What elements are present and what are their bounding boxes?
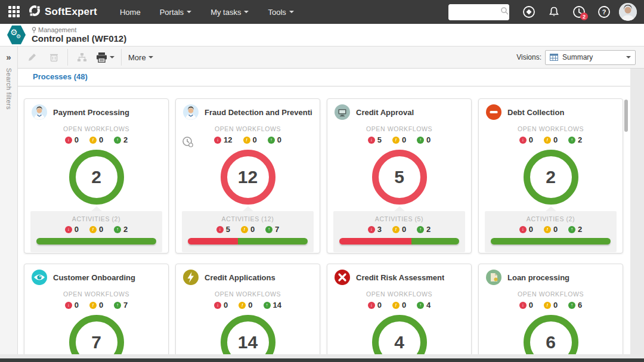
search-icon[interactable] <box>500 7 509 17</box>
visions-select[interactable]: Summary <box>545 50 636 65</box>
process-card[interactable]: Credit Risk Assessment OPEN WORKFLOWS ↓0… <box>327 264 472 354</box>
delete-button[interactable] <box>43 49 64 66</box>
yellow-status-icon: ! <box>544 137 551 144</box>
activities-label: ACTIVITIES (2) <box>491 215 611 222</box>
apps-grid-icon[interactable] <box>8 6 20 18</box>
open-workflows-total: 4 <box>394 332 404 352</box>
chevron-down-icon <box>626 56 631 58</box>
logo-text: SoftExpert <box>45 6 97 18</box>
pending-activities-icon[interactable]: 2 <box>569 2 589 22</box>
count-value: 0 <box>402 135 406 144</box>
red-status-icon: ↓ <box>519 137 527 144</box>
edit-button[interactable] <box>21 49 43 66</box>
open-workflows-donut: 5 <box>372 150 427 205</box>
bar-segment-red <box>188 238 238 245</box>
trash-icon <box>49 52 58 62</box>
count-value: 0 <box>553 225 558 234</box>
green-status-icon: ↑ <box>114 302 121 309</box>
open-workflows-label: OPEN WORKFLOWS <box>479 125 623 132</box>
green-status-icon: ↑ <box>268 137 275 144</box>
green-status-icon: ↑ <box>417 137 424 144</box>
open-workflow-counts: ↓0!0↑7 <box>24 301 168 310</box>
open-workflows-total: 7 <box>91 332 101 352</box>
green-status-icon: ↑ <box>568 226 575 233</box>
user-avatar[interactable] <box>619 3 637 21</box>
menu-tools[interactable]: Tools <box>258 0 303 24</box>
menu-home[interactable]: Home <box>110 0 150 24</box>
bar-segment-green <box>238 238 308 245</box>
count-value: 0 <box>553 135 558 144</box>
red-status-icon: ↓ <box>368 137 375 144</box>
top-navbar: SoftExpert Home Portals My tasks Tools 2 <box>0 0 644 24</box>
flowchart-button[interactable] <box>71 49 92 66</box>
status-count-yellow: !0 <box>544 301 558 310</box>
page-title: Control panel (WF012) <box>32 33 126 44</box>
process-card[interactable]: Credit Applications OPEN WORKFLOWS ↓0!0↑… <box>175 264 320 354</box>
yellow-status-icon: ! <box>239 302 246 309</box>
process-card[interactable]: Payment Processing OPEN WORKFLOWS ↓0!0↑2… <box>24 98 169 253</box>
bar-segment-green <box>491 238 611 245</box>
open-workflows-total: 2 <box>91 167 101 187</box>
cards-viewport: Payment Processing OPEN WORKFLOWS ↓0!0↑2… <box>18 86 644 354</box>
bottom-margin <box>0 354 644 358</box>
printer-icon <box>96 52 107 63</box>
process-title: Credit Approval <box>356 108 414 117</box>
open-workflows-donut: 6 <box>524 315 578 354</box>
tab-processes[interactable]: Processes (48) <box>18 72 90 86</box>
section-tabs: Processes (48) <box>18 69 630 86</box>
count-value: 4 <box>426 301 431 310</box>
red-status-icon: ↓ <box>65 137 72 144</box>
pending-count-badge: 2 <box>580 13 588 20</box>
open-workflows-label: OPEN WORKFLOWS <box>176 290 320 298</box>
process-card[interactable]: Credit Approval OPEN WORKFLOWS ↓5!0↑0 5 … <box>327 98 472 253</box>
search-input[interactable] <box>453 8 500 16</box>
flowchart-icon <box>77 52 87 62</box>
process-card[interactable]: Fraud Detection and Prevention OPEN WORK… <box>175 98 320 253</box>
global-search[interactable] <box>448 4 509 20</box>
toolbar-separator <box>121 49 122 66</box>
workflow-component-icon: ⚙⚙ <box>7 25 26 45</box>
menu-my-tasks[interactable]: My tasks <box>201 0 258 24</box>
process-card[interactable]: Customer Onboarding OPEN WORKFLOWS ↓0!0↑… <box>24 264 169 354</box>
app-window: SoftExpert Home Portals My tasks Tools 2 <box>0 0 644 362</box>
status-count-red: ↓0 <box>65 301 79 310</box>
count-value: 0 <box>224 301 228 310</box>
count-value: 2 <box>578 225 582 234</box>
print-button[interactable] <box>92 49 118 66</box>
toolbar-separator <box>67 49 68 66</box>
count-value: 0 <box>402 301 406 310</box>
process-title: Customer Onboarding <box>53 273 135 282</box>
content-area: Processes (48) Payment Processing OPEN W… <box>18 69 644 354</box>
count-value: 7 <box>275 225 279 234</box>
yellow-status-icon: ! <box>392 226 400 233</box>
process-title: Loan processing <box>507 273 569 282</box>
more-button[interactable]: More <box>125 49 157 66</box>
notifications-bell-icon[interactable] <box>544 2 564 22</box>
vertical-scrollbar[interactable] <box>624 100 628 132</box>
count-value: 2 <box>578 135 582 144</box>
person-avatar-icon <box>32 104 47 120</box>
red-status-icon: ↓ <box>65 226 72 233</box>
activities-panel: ACTIVITIES (5) ↓3!0↑2 <box>333 211 465 252</box>
status-count-green: ↑2 <box>114 135 128 144</box>
yellow-status-icon: ! <box>544 226 551 233</box>
expand-panel-button[interactable]: » <box>6 51 11 63</box>
visions-control: Visions: Summary <box>516 50 636 65</box>
status-count-green: ↑6 <box>568 301 582 310</box>
open-workflow-counts: ↓0!0↑6 <box>479 301 623 310</box>
red-status-icon: ↓ <box>519 302 527 309</box>
right-gutter <box>630 69 644 354</box>
status-count-yellow: !0 <box>89 301 103 310</box>
open-workflows-total: 6 <box>546 332 556 352</box>
process-card[interactable]: Loan processing OPEN WORKFLOWS ↓0!0↑6 6 <box>478 264 623 354</box>
process-card[interactable]: Debt Collection OPEN WORKFLOWS ↓0!0↑2 2 … <box>478 98 623 253</box>
count-value: 0 <box>99 225 103 234</box>
breadcrumb: Management <box>32 26 126 33</box>
open-workflows-donut: 2 <box>69 150 124 205</box>
status-count-green: ↑2 <box>568 225 582 234</box>
quick-access-icon[interactable] <box>519 2 539 22</box>
status-count-yellow: !0 <box>89 225 103 234</box>
menu-portals[interactable]: Portals <box>150 0 201 24</box>
help-icon[interactable]: ? <box>594 2 614 22</box>
softexpert-logo[interactable]: SoftExpert <box>29 5 97 19</box>
